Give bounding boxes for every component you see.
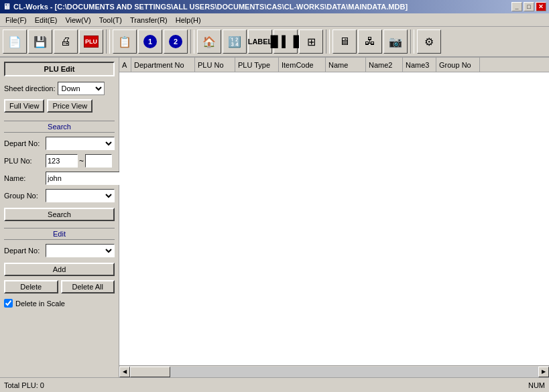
monitor-button[interactable]: 🖥 <box>332 29 357 54</box>
plu-icon: PLU <box>84 36 99 48</box>
delete-in-scale-checkbox[interactable] <box>4 299 13 308</box>
search-button[interactable]: Search <box>4 208 115 221</box>
col-header-dept: Department No <box>131 58 195 72</box>
new-button[interactable]: 📄 <box>3 29 27 54</box>
menu-edit[interactable]: Edit(E) <box>31 15 62 25</box>
delete-in-scale-row: Delete in Scale <box>4 299 115 308</box>
barcode-button[interactable]: ▐▌▌▐▌ <box>273 29 298 54</box>
plu-no-row: PLU No: ~ <box>4 154 115 168</box>
save-button[interactable]: 💾 <box>28 29 52 54</box>
print-button[interactable]: 🖨 <box>54 29 78 54</box>
delete-in-scale-label: Delete in Scale <box>15 300 65 308</box>
plu-no-label: PLU No: <box>4 157 43 165</box>
toolbar-sep-1 <box>106 29 110 54</box>
total-plu-status: Total PLU: 0 <box>4 381 44 389</box>
num2-button[interactable]: 2 <box>164 29 188 54</box>
num1-button[interactable]: 1 <box>138 29 162 54</box>
scroll-right-button[interactable]: ▶ <box>538 367 549 377</box>
delete-all-button[interactable]: Delete All <box>61 280 115 293</box>
calc-button[interactable]: 🔢 <box>223 29 247 54</box>
col-header-item: ItemCode <box>279 58 326 72</box>
scroll-thumb[interactable] <box>130 367 170 377</box>
new-icon: 📄 <box>3 30 26 53</box>
plu-button[interactable]: PLU <box>79 29 103 54</box>
network-icon: 🖧 <box>359 30 381 53</box>
table-header: A Department No PLU No PLU Type ItemCode… <box>119 58 549 72</box>
panel-title: PLU Edit <box>4 62 115 76</box>
search-section-label: Search <box>4 121 115 133</box>
grid-button[interactable]: ⊞ <box>299 29 323 54</box>
plu-no-to-input[interactable] <box>85 154 112 168</box>
horizontal-scrollbar[interactable]: ◀ ▶ <box>119 365 549 377</box>
num-status: NUM <box>528 381 545 389</box>
left-panel: PLU Edit Sheet direction: Down Up Left R… <box>0 58 119 377</box>
menu-file[interactable]: File(F) <box>1 15 31 25</box>
monitor-icon: 🖥 <box>333 30 356 53</box>
price-view-button[interactable]: Price View <box>47 99 93 113</box>
plu-range: ~ <box>46 154 112 168</box>
menu-view[interactable]: View(V) <box>61 15 95 25</box>
maximize-button[interactable]: □ <box>524 2 534 11</box>
full-view-button[interactable]: Full View <box>4 99 44 113</box>
edit-depart-no-label: Depart No: <box>4 247 43 255</box>
sheet-direction-label: Sheet direction: <box>4 84 55 92</box>
scroll-track[interactable] <box>130 367 538 377</box>
menu-help[interactable]: Help(H) <box>172 15 205 25</box>
network-button[interactable]: 🖧 <box>358 29 382 54</box>
home-button[interactable]: 🏠 <box>197 29 221 54</box>
right-panel: A Department No PLU No PLU Type ItemCode… <box>119 58 549 377</box>
title-bar: 🖥 CL-Works - [C:\DOCUMENTS AND SETTINGS\… <box>0 0 549 13</box>
title-bar-controls: _ □ ✕ <box>511 2 546 11</box>
group-no-row: Group No: <box>4 189 115 202</box>
sheet-direction-row: Sheet direction: Down Up Left Right <box>4 82 115 95</box>
settings-button[interactable]: ⚙ <box>417 29 441 54</box>
calc-icon: 🔢 <box>223 30 246 53</box>
col-header-name2: Name2 <box>366 58 403 72</box>
col-header-name: Name <box>326 58 366 72</box>
name-row: Name: <box>4 172 115 185</box>
menu-transfer[interactable]: Transfer(R) <box>126 15 172 25</box>
toolbar-sep-2 <box>190 29 194 54</box>
close-button[interactable]: ✕ <box>536 2 546 11</box>
transfer-button[interactable]: 📋 <box>113 29 137 54</box>
toolbar-sep-4 <box>410 29 414 54</box>
col-header-type: PLU Type <box>235 58 279 72</box>
delete-buttons-row: Delete Delete All <box>4 280 115 293</box>
edit-depart-no-select[interactable] <box>46 244 115 257</box>
table-body <box>119 72 549 365</box>
col-header-a: A <box>119 58 131 72</box>
edit-depart-no-row: Depart No: <box>4 244 115 257</box>
edit-section-label: Edit <box>4 228 115 240</box>
status-bar: Total PLU: 0 NUM <box>0 377 549 392</box>
camera-button[interactable]: 📷 <box>383 29 408 54</box>
col-header-plu: PLU No <box>195 58 235 72</box>
num1-icon: 1 <box>143 35 157 48</box>
menu-bar: File(F) Edit(E) View(V) Tool(T) Transfer… <box>0 13 549 27</box>
save-icon: 💾 <box>29 30 52 53</box>
group-no-select[interactable] <box>46 189 115 202</box>
depart-no-select[interactable] <box>46 137 115 150</box>
minimize-button[interactable]: _ <box>511 2 522 11</box>
barcode-icon: ▐▌▌▐▌ <box>274 30 297 53</box>
grid-icon: ⊞ <box>300 30 322 53</box>
sheet-direction-select[interactable]: Down Up Left Right <box>58 82 105 95</box>
toolbar-sep-3 <box>326 29 330 54</box>
group-no-label: Group No: <box>4 192 43 200</box>
scroll-left-button[interactable]: ◀ <box>119 367 130 377</box>
plu-no-from-input[interactable] <box>46 154 78 168</box>
app-icon: 🖥 <box>3 2 11 11</box>
settings-icon: ⚙ <box>418 30 440 53</box>
title-bar-left: 🖥 CL-Works - [C:\DOCUMENTS AND SETTINGS\… <box>3 2 408 11</box>
depart-no-row: Depart No: <box>4 137 115 150</box>
home-icon: 🏠 <box>198 30 221 53</box>
plu-range-tilde: ~ <box>79 156 84 166</box>
transfer-icon: 📋 <box>113 30 136 53</box>
name-label: Name: <box>4 174 43 182</box>
view-buttons: Full View Price View <box>4 99 115 113</box>
camera-icon: 📷 <box>384 30 407 53</box>
col-header-name3: Name3 <box>403 58 436 72</box>
add-button[interactable]: Add <box>4 263 115 276</box>
delete-button[interactable]: Delete <box>4 280 58 293</box>
menu-tool[interactable]: Tool(T) <box>95 15 126 25</box>
print-icon: 🖨 <box>54 30 77 53</box>
